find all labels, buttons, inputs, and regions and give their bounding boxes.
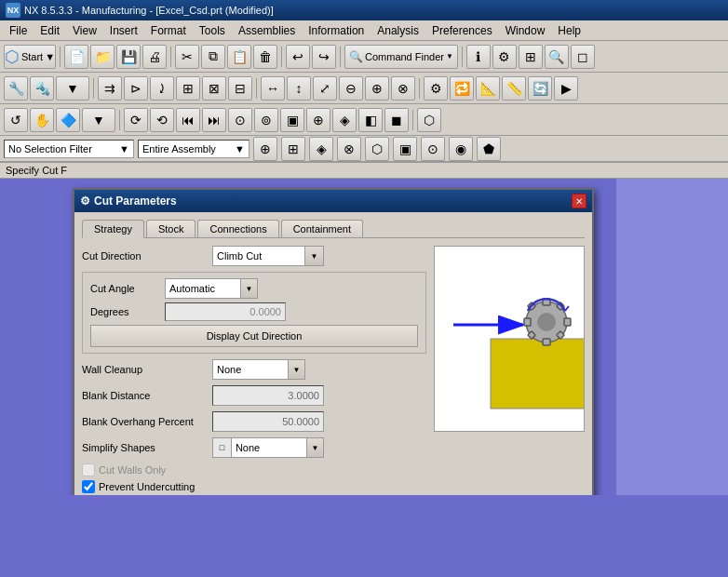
wall-cleanup-combo[interactable]: None ▼	[212, 359, 305, 380]
tb3-btn5[interactable]: ⊙	[228, 108, 252, 132]
tb2-btn14[interactable]: ⊕	[365, 76, 389, 101]
tb2-btn1[interactable]: 🔧	[4, 76, 28, 101]
menu-file[interactable]: File	[4, 22, 33, 39]
blank-distance-input[interactable]	[212, 385, 324, 406]
cut-walls-row: Cut Walls Only	[82, 463, 426, 476]
menu-assemblies[interactable]: Assemblies	[233, 22, 301, 39]
tb3-btn8[interactable]: ⊕	[306, 108, 330, 132]
tb2-btn10[interactable]: ↔	[261, 76, 285, 101]
tb2-btn13[interactable]: ⊖	[339, 76, 363, 101]
tb3-pan[interactable]: ✋	[30, 108, 54, 132]
settings-btn[interactable]: ⚙	[492, 45, 517, 69]
menu-information[interactable]: Information	[303, 22, 370, 39]
tb3-btn9[interactable]: ◈	[332, 108, 357, 132]
tb2-btn19[interactable]: 📏	[502, 76, 526, 101]
zoom-btn[interactable]: 🔍	[545, 45, 569, 69]
3d-btn[interactable]: ◻	[571, 45, 595, 69]
tab-stock[interactable]: Stock	[146, 220, 196, 237]
delete-btn[interactable]: 🗑	[253, 45, 277, 69]
tab-containment[interactable]: Containment	[281, 220, 363, 237]
paste-btn[interactable]: 📋	[227, 45, 251, 69]
tb3-btn4[interactable]: ⏭	[202, 108, 226, 132]
sel-btn5[interactable]: ⬡	[365, 137, 389, 161]
tb3-btn3[interactable]: ⏮	[176, 108, 200, 132]
menu-view[interactable]: View	[67, 22, 102, 39]
menu-insert[interactable]: Insert	[104, 22, 143, 39]
copy-btn[interactable]: ⧉	[201, 45, 225, 69]
tb2-btn18[interactable]: 📐	[476, 76, 500, 101]
tb3-btn12[interactable]: ⬡	[417, 108, 441, 132]
sel-btn6[interactable]: ▣	[393, 137, 417, 161]
menu-help[interactable]: Help	[552, 22, 586, 39]
save-btn[interactable]: 💾	[116, 45, 141, 69]
selection-filter-combo[interactable]: No Selection Filter ▼	[4, 140, 134, 158]
blank-distance-row: Blank Distance	[82, 385, 426, 406]
menu-window[interactable]: Window	[500, 22, 551, 39]
dialog-close-button[interactable]: ✕	[572, 194, 586, 208]
start-btn[interactable]: ⬡ Start ▼	[4, 45, 56, 69]
tb2-btn11[interactable]: ↕	[287, 76, 311, 101]
tb3-rotate[interactable]: ↺	[4, 108, 28, 132]
tb3-btn7[interactable]: ▣	[280, 108, 304, 132]
grid-btn[interactable]: ⊞	[519, 45, 543, 69]
tb3-btn1[interactable]: ⟳	[124, 108, 148, 132]
cut-angle-arrow[interactable]: ▼	[240, 279, 257, 298]
tb2-btn3[interactable]: ▼	[56, 76, 89, 101]
cmd-finder-btn[interactable]: 🔍 Command Finder ▼	[344, 45, 458, 69]
prevent-undercutting-row: Prevent Undercutting	[82, 480, 426, 493]
redo-btn[interactable]: ↪	[312, 45, 336, 69]
tb2-btn4[interactable]: ⇉	[98, 76, 122, 101]
tb3-btn11[interactable]: ◼	[384, 108, 409, 132]
sel-btn9[interactable]: ⬟	[477, 137, 501, 161]
tb2-btn15[interactable]: ⊗	[391, 76, 415, 101]
tb2-btn7[interactable]: ⊞	[176, 76, 200, 101]
menu-analysis[interactable]: Analysis	[371, 22, 425, 39]
menu-format[interactable]: Format	[145, 22, 192, 39]
new-btn[interactable]: 📄	[64, 45, 88, 69]
degrees-input[interactable]	[165, 302, 286, 321]
cut-direction-combo[interactable]: Climb Cut ▼	[212, 246, 324, 266]
sel-btn3[interactable]: ◈	[309, 137, 333, 161]
tb2-btn12[interactable]: ⤢	[313, 76, 337, 101]
tb2-btn6[interactable]: ⤸	[150, 76, 174, 101]
info-btn[interactable]: ℹ	[466, 45, 491, 69]
sel-btn2[interactable]: ⊞	[281, 137, 305, 161]
simplify-shapes-arrow[interactable]: ▼	[306, 438, 323, 457]
sel-btn8[interactable]: ◉	[449, 137, 473, 161]
cut-direction-arrow[interactable]: ▼	[304, 247, 323, 265]
tb2-btn20[interactable]: 🔄	[528, 76, 552, 101]
menu-tools[interactable]: Tools	[194, 22, 231, 39]
cut-angle-combo[interactable]: Automatic ▼	[165, 278, 258, 299]
blank-overhang-input[interactable]	[212, 411, 324, 432]
sel-btn1[interactable]: ⊕	[253, 137, 277, 161]
tb3-btn2[interactable]: ⟲	[150, 108, 174, 132]
simplify-shapes-combo[interactable]: □ None ▼	[212, 437, 324, 458]
tab-strategy[interactable]: Strategy	[82, 220, 144, 238]
tb2-btn8[interactable]: ⊠	[202, 76, 226, 101]
open-btn[interactable]: 📁	[90, 45, 115, 69]
tb3-btn6[interactable]: ⊚	[254, 108, 278, 132]
sel-btn4[interactable]: ⊗	[337, 137, 361, 161]
undo-btn[interactable]: ↩	[286, 45, 310, 69]
menu-preferences[interactable]: Preferences	[426, 22, 498, 39]
tb2-btn17[interactable]: 🔁	[450, 76, 474, 101]
svg-rect-0	[491, 339, 584, 409]
tb2-btn5[interactable]: ⊳	[124, 76, 148, 101]
tb3-3d[interactable]: 🔷	[56, 108, 80, 132]
sel-btn7[interactable]: ⊙	[421, 137, 445, 161]
menu-edit[interactable]: Edit	[34, 22, 65, 39]
cut-walls-checkbox[interactable]	[82, 463, 95, 476]
tb3-btn10[interactable]: ◧	[358, 108, 383, 132]
wall-cleanup-arrow[interactable]: ▼	[288, 360, 304, 379]
tab-connections[interactable]: Connections	[197, 220, 278, 237]
print-btn[interactable]: 🖨	[142, 45, 167, 69]
tb2-btn2[interactable]: 🔩	[30, 76, 54, 101]
display-cut-direction-button[interactable]: Display Cut Direction	[90, 325, 418, 347]
cut-btn[interactable]: ✂	[175, 45, 199, 69]
tb2-btn9[interactable]: ⊟	[228, 76, 252, 101]
assembly-combo[interactable]: Entire Assembly ▼	[138, 140, 249, 158]
tb2-btn16[interactable]: ⚙	[424, 76, 448, 101]
tb2-btn21[interactable]: ▶	[554, 76, 578, 101]
tb3-render[interactable]: ▼	[82, 108, 115, 132]
prevent-undercutting-checkbox[interactable]	[82, 480, 95, 493]
